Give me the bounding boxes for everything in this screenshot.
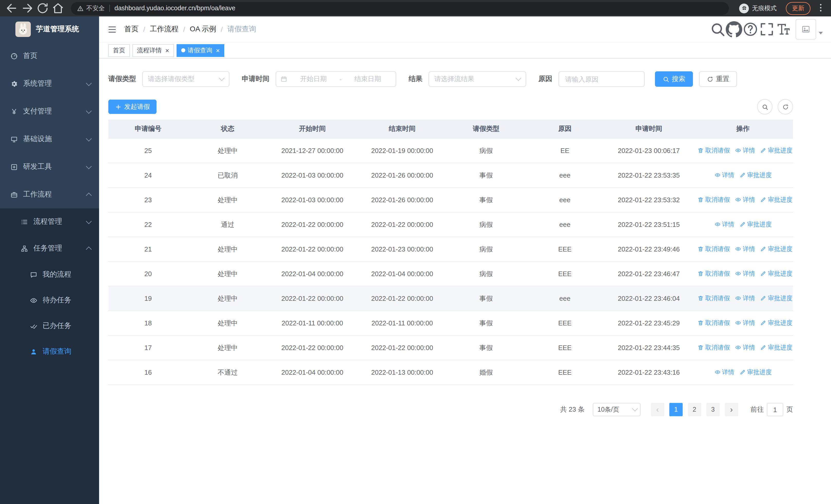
reset-button[interactable]: 重置 bbox=[699, 71, 737, 87]
search-button[interactable]: 搜索 bbox=[655, 71, 693, 87]
sidebar-item-11[interactable]: 请假查询 bbox=[0, 339, 99, 364]
cancel-link[interactable]: 取消请假 bbox=[697, 196, 730, 204]
toggle-search-button[interactable] bbox=[757, 99, 773, 114]
breadcrumb-item[interactable]: OA 示例 bbox=[190, 25, 216, 34]
detail-link[interactable]: 详情 bbox=[714, 368, 734, 377]
cancel-link[interactable]: 取消请假 bbox=[697, 343, 730, 352]
detail-link[interactable]: 详情 bbox=[735, 269, 755, 278]
cancel-link[interactable]: 取消请假 bbox=[697, 269, 730, 278]
leave-type-select[interactable]: 请选择请假类型 bbox=[142, 71, 229, 87]
cell-end: 2022-01-11 00:00:00 bbox=[357, 311, 447, 335]
sidebar-item-9[interactable]: 待办任务 bbox=[0, 288, 99, 313]
cancel-link[interactable]: 取消请假 bbox=[697, 319, 730, 327]
tab-label: 流程详情 bbox=[137, 46, 162, 55]
sidebar-item-6[interactable]: 流程管理 bbox=[0, 208, 99, 235]
address-bar[interactable]: 不安全 dashboard.yudao.iocoder.cn/bpm/oa/le… bbox=[71, 2, 729, 14]
browser-back-button[interactable] bbox=[5, 2, 19, 15]
detail-link[interactable]: 详情 bbox=[735, 196, 755, 204]
incognito-icon bbox=[741, 5, 747, 11]
detail-link[interactable]: 详情 bbox=[735, 343, 755, 352]
refresh-table-button[interactable] bbox=[778, 99, 793, 114]
detail-link[interactable]: 详情 bbox=[735, 146, 755, 155]
help-icon[interactable] bbox=[742, 21, 758, 37]
cell-type: 事假 bbox=[447, 286, 525, 311]
search-icon[interactable] bbox=[709, 21, 726, 37]
result-select[interactable]: 请选择流结果 bbox=[429, 71, 526, 87]
github-icon[interactable] bbox=[726, 21, 742, 37]
page-size-value: 10条/页 bbox=[598, 405, 629, 414]
sidebar-item-0[interactable]: 首页 bbox=[0, 42, 99, 70]
font-size-icon[interactable] bbox=[775, 21, 792, 37]
reason-input[interactable] bbox=[558, 71, 645, 87]
sidebar-logo-row[interactable]: 芋道管理系统 bbox=[0, 17, 99, 42]
next-page-button[interactable]: › bbox=[725, 403, 738, 416]
progress-link[interactable]: 审批进度 bbox=[760, 146, 793, 155]
browser-reload-button[interactable] bbox=[36, 2, 49, 15]
progress-link[interactable]: 审批进度 bbox=[760, 196, 793, 204]
progress-link[interactable]: 审批进度 bbox=[739, 220, 772, 229]
detail-link[interactable]: 详情 bbox=[735, 245, 755, 254]
close-icon[interactable]: × bbox=[165, 47, 169, 54]
cancel-link[interactable]: 取消请假 bbox=[697, 294, 730, 303]
detail-link[interactable]: 详情 bbox=[714, 171, 734, 180]
sidebar-item-10[interactable]: 已办任务 bbox=[0, 313, 99, 339]
browser-forward-button[interactable] bbox=[21, 2, 34, 15]
hamburger-icon[interactable] bbox=[107, 24, 117, 34]
sidebar-item-4[interactable]: 研发工具 bbox=[0, 153, 99, 181]
sidebar-item-label: 工作流程 bbox=[23, 190, 82, 199]
goto-page-input[interactable] bbox=[767, 403, 783, 416]
progress-link[interactable]: 审批进度 bbox=[760, 269, 793, 278]
column-header: 请假类型 bbox=[447, 120, 525, 138]
progress-link[interactable]: 审批进度 bbox=[760, 319, 793, 327]
trash-icon bbox=[697, 197, 704, 203]
progress-link[interactable]: 审批进度 bbox=[760, 343, 793, 352]
cell-id: 19 bbox=[108, 286, 188, 311]
detail-link[interactable]: 详情 bbox=[735, 294, 755, 303]
page-button-2[interactable]: 2 bbox=[688, 403, 701, 416]
browser-menu-icon[interactable] bbox=[815, 2, 826, 14]
close-icon[interactable]: × bbox=[216, 47, 220, 54]
progress-link[interactable]: 审批进度 bbox=[760, 294, 793, 303]
progress-link[interactable]: 审批进度 bbox=[739, 368, 772, 377]
progress-link[interactable]: 审批进度 bbox=[739, 171, 772, 180]
prev-page-button[interactable]: ‹ bbox=[651, 403, 664, 416]
page-button-3[interactable]: 3 bbox=[706, 403, 720, 416]
cell-status: 处理中 bbox=[188, 187, 267, 212]
cancel-label: 取消请假 bbox=[705, 343, 730, 352]
page-size-select[interactable]: 10条/页 bbox=[593, 403, 640, 416]
breadcrumb-item[interactable]: 工作流程 bbox=[150, 25, 179, 34]
url-text[interactable]: dashboard.yudao.iocoder.cn/bpm/oa/leave bbox=[114, 5, 719, 12]
done-icon bbox=[30, 322, 37, 330]
breadcrumb-item[interactable]: 首页 bbox=[124, 25, 139, 34]
cancel-link[interactable]: 取消请假 bbox=[697, 245, 730, 254]
eye-icon bbox=[735, 271, 741, 277]
create-leave-button[interactable]: 发起请假 bbox=[108, 99, 156, 114]
sidebar-item-7[interactable]: 任务管理 bbox=[0, 235, 99, 262]
sidebar-item-1[interactable]: 系统管理 bbox=[0, 70, 99, 97]
start-date-placeholder[interactable]: 开始日期 bbox=[289, 75, 338, 84]
security-warning[interactable]: 不安全 bbox=[77, 4, 105, 12]
detail-link[interactable]: 详情 bbox=[714, 220, 734, 229]
date-range-picker[interactable]: 开始日期 - 结束日期 bbox=[276, 71, 396, 87]
cell-end: 2022-01-26 00:00:00 bbox=[357, 163, 447, 187]
end-date-placeholder[interactable]: 结束日期 bbox=[344, 75, 392, 84]
page-button-1[interactable]: 1 bbox=[669, 403, 683, 416]
avatar[interactable] bbox=[796, 19, 816, 39]
tab-2[interactable]: 请假查询× bbox=[176, 44, 224, 57]
user-menu[interactable] bbox=[796, 19, 823, 39]
cell-status: 处理中 bbox=[188, 286, 267, 311]
sidebar-item-2[interactable]: 支付管理 bbox=[0, 97, 99, 125]
tab-0[interactable]: 首页 bbox=[108, 44, 130, 57]
tab-1[interactable]: 流程详情× bbox=[133, 44, 174, 57]
fullscreen-icon[interactable] bbox=[758, 21, 775, 37]
cancel-link[interactable]: 取消请假 bbox=[697, 146, 730, 155]
progress-link[interactable]: 审批进度 bbox=[760, 245, 793, 254]
cell-end: 2022-01-22 00:00:00 bbox=[357, 212, 447, 237]
detail-link[interactable]: 详情 bbox=[735, 319, 755, 327]
sidebar-item-8[interactable]: 我的流程 bbox=[0, 262, 99, 288]
browser-update-button[interactable]: 更新 bbox=[786, 2, 810, 14]
sidebar-item-5[interactable]: 工作流程 bbox=[0, 181, 99, 208]
progress-label: 审批进度 bbox=[768, 245, 793, 254]
browser-home-button[interactable] bbox=[51, 2, 65, 15]
sidebar-item-3[interactable]: 基础设施 bbox=[0, 125, 99, 153]
